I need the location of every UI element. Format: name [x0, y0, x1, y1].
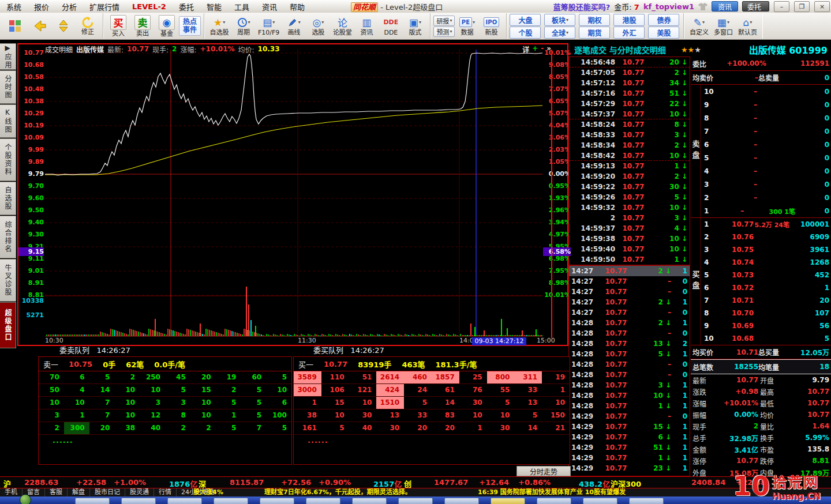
minimize-button[interactable]: – — [774, 1, 789, 12]
news-button[interactable]: 资讯 — [712, 1, 738, 12]
tick-row[interactable]: 14:58:2410.778 ↓ — [569, 119, 690, 130]
tool-pencil-button[interactable]: ▾画线 — [283, 13, 304, 39]
index-value[interactable]: +72.56 — [281, 478, 311, 487]
tool-dde-button[interactable]: DDEDDE — [380, 13, 401, 39]
minute-trade-row[interactable]: 14:2910.771 ↓1 — [569, 453, 690, 463]
data-数据-button[interactable]: PE▾数据 — [456, 13, 477, 39]
minute-trade-row[interactable]: 14:2810.7710 ↓1 — [569, 390, 690, 401]
index-value[interactable]: 1876亿 — [169, 478, 197, 489]
sidebar-item-综合排名[interactable]: 综合排名 — [0, 216, 16, 258]
market-期货-button[interactable]: 期货 — [579, 27, 610, 39]
minute-trade-row[interactable]: 14:2810.7713 ↓2 — [569, 338, 690, 349]
menu-资讯[interactable]: 资讯 — [256, 1, 283, 12]
sidebar-item-牛叉诊股[interactable]: 牛叉诊股 — [0, 259, 16, 302]
promo-text[interactable]: 16:39 国务院部署加快发展体育产业 10股有望爆发 — [478, 488, 626, 497]
refresh-button[interactable]: 修正 — [77, 13, 98, 39]
view-自定义-button[interactable]: ✎▾自定义 — [688, 13, 709, 39]
tool-forum-button[interactable]: 论论股堂 — [332, 13, 353, 39]
link-解盘[interactable]: 解盘 — [68, 488, 90, 497]
promo-link[interactable]: 蓝筹股还能买吗? — [553, 1, 611, 12]
taskbar-button[interactable] — [629, 498, 664, 504]
shirt-icon[interactable] — [698, 3, 708, 10]
trade-基金-button[interactable]: ◉基金 — [156, 13, 177, 39]
menu-智能[interactable]: 智能 — [200, 1, 228, 12]
index-value[interactable]: 创 — [404, 478, 411, 489]
index-value[interactable]: +22.58 — [76, 478, 106, 487]
tick-row[interactable]: 14:59:3210.7710 ↓ — [569, 202, 690, 213]
trade-买入-button[interactable]: 买买入 — [108, 13, 129, 39]
tool-document-button[interactable]: ▤▾F10/F9 — [257, 13, 280, 39]
link-客服[interactable]: 客服 — [45, 488, 68, 497]
view-多窗口-button[interactable]: ▦▾多窗口 — [713, 13, 733, 39]
tick-row[interactable]: 14:59:1310.771 ↓ — [569, 161, 690, 171]
minute-trade-row[interactable]: 14:2810.77–0 — [569, 370, 690, 380]
index-value[interactable]: 438.2亿 — [579, 478, 610, 489]
taskbar-button[interactable] — [583, 498, 617, 504]
taskbar-button[interactable] — [214, 498, 248, 504]
taskbar-button[interactable] — [306, 498, 340, 504]
tick-row[interactable]: 14:56:4810.7720 ↓ — [569, 57, 690, 67]
report-研报-button[interactable]: 研报▾ — [433, 16, 455, 26]
minute-trade-row[interactable]: 14:2810.77–0 — [569, 328, 690, 338]
minute-trade-row[interactable]: 14:2810.775 ↓1 — [569, 349, 690, 359]
link-手机[interactable]: 手机 — [0, 488, 23, 497]
index-value[interactable]: 沪深300 — [611, 478, 641, 489]
minute-trade-row[interactable]: 14:2910.7715 ↓1 — [569, 422, 690, 432]
menu-报价[interactable]: 报价 — [28, 1, 55, 12]
tick-row[interactable]: 14:59:2610.775 ↓ — [569, 192, 690, 202]
market-大盘-button[interactable]: 大盘 — [510, 14, 541, 26]
minute-trade-row[interactable]: 14:2810.771 ↓1 — [569, 401, 690, 411]
minute-trade-row[interactable]: 14:2710.772 ↓1 — [569, 297, 690, 307]
menu-帮助[interactable]: 帮助 — [283, 1, 311, 12]
sidebar-item-个股资料[interactable]: 个股资料 — [0, 138, 16, 181]
tick-row[interactable]: 14:57:0510.772 ↓ — [569, 67, 690, 78]
data-新股-button[interactable]: IPO新股 — [481, 13, 501, 39]
tick-row[interactable]: 14:59:4010.7710 ↓ — [569, 244, 690, 254]
link-股灵通[interactable]: 股灵通 — [125, 488, 154, 497]
minute-trade-row[interactable]: 14:2910.7751 ↓1 — [569, 442, 690, 453]
taskbar-button[interactable] — [121, 498, 156, 504]
index-value[interactable]: 2288.63 — [24, 478, 58, 487]
minute-trade-row[interactable]: 14:2910.77–0 — [569, 411, 690, 422]
menu-LEVEL-2[interactable]: LEVEL-2 — [126, 2, 173, 11]
tool-screener-button[interactable]: ◎▾选股 — [308, 13, 328, 39]
market-index-bar[interactable]: 沪2288.63+22.58+1.00%1876亿深8115.87+72.56+… — [0, 476, 831, 488]
star-rating[interactable]: ★★★ — [681, 46, 701, 54]
restore-button[interactable]: ❐ — [794, 1, 810, 12]
minute-trade-row[interactable]: 14:2810.773 ↓1 — [569, 380, 690, 390]
market-债券-button[interactable]: 债券 — [648, 14, 679, 26]
tick-row[interactable]: 14:59:2210.7730 ↓ — [569, 182, 690, 192]
view-默认页-button[interactable]: ⌂▾默认页 — [737, 13, 758, 39]
link-行情[interactable]: 行情 — [154, 488, 177, 497]
promo-text[interactable]: 股大涨4% — [193, 488, 223, 497]
taskbar-button[interactable] — [75, 498, 110, 504]
tick-row[interactable]: 14:59:2010.772 ↓ — [569, 171, 690, 182]
report-预测-button[interactable]: 预测▾ — [433, 27, 455, 37]
index-value[interactable]: +0.86% — [518, 478, 551, 487]
index-value[interactable]: 2157亿 — [373, 478, 402, 489]
tick-row[interactable]: 210.773 ↓ — [569, 213, 690, 223]
index-value[interactable]: 2408.84 — [691, 478, 725, 487]
tick-row[interactable]: 14:58:3410.772 ↓ — [569, 140, 690, 151]
sidebar-item-应用[interactable]: ▶应用 — [0, 43, 16, 70]
tick-row[interactable]: 14:57:1610.7751 ↓ — [569, 88, 690, 99]
taskbar-button[interactable] — [167, 498, 202, 504]
tick-row[interactable]: 14:57:2910.7722 ↓ — [569, 99, 690, 109]
minute-trade-row[interactable]: 14:2910.776 ↓1 — [569, 432, 690, 442]
trade-卖出-button[interactable]: 卖卖出 — [132, 13, 153, 39]
layout-grid-button[interactable] — [5, 13, 25, 39]
page-up-down-button[interactable] — [53, 13, 74, 39]
menu-分析[interactable]: 分析 — [55, 1, 83, 12]
taskbar-button[interactable] — [444, 498, 479, 504]
link-股市日记[interactable]: 股市日记 — [90, 488, 125, 497]
menu-委托[interactable]: 委托 — [173, 1, 200, 12]
index-value[interactable]: +0.90% — [319, 478, 351, 487]
sidebar-item-分时图[interactable]: 分时图 — [0, 70, 16, 104]
market-板块-button[interactable]: 板块▾ — [544, 14, 575, 26]
tick-row[interactable]: 14:58:3310.773 ↓ — [569, 130, 690, 140]
tick-row[interactable]: 14:59:5010.771 ↓ — [569, 254, 690, 265]
minute-trade-row[interactable]: 14:2710.77–0 — [569, 287, 690, 297]
market-外汇-button[interactable]: 外汇 — [613, 27, 645, 39]
sidebar-item-K线图[interactable]: K线图 — [0, 104, 16, 138]
tick-row[interactable]: 14:57:1210.7734 ↓ — [569, 78, 690, 88]
